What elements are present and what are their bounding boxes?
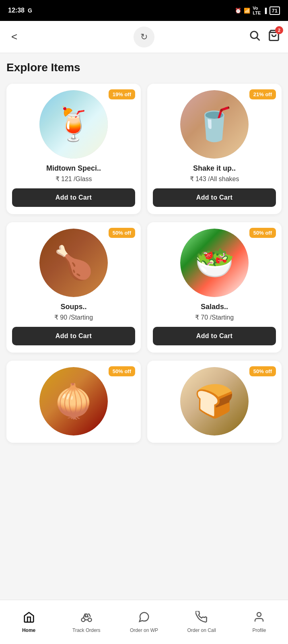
phone-icon [195, 611, 208, 625]
battery-icon: 71 [269, 6, 280, 15]
svg-line-1 [257, 38, 260, 41]
status-bar: 12:38 G ⏰ 📶 VoLTE ▐ 71 [0, 0, 288, 21]
nav-label-track-orders: Track Orders [72, 627, 101, 633]
main-content: Explore Items 19% off Midtown Speci.. ₹ … [0, 53, 288, 491]
nav-label-home: Home [22, 627, 35, 633]
item-card-1: 19% off Midtown Speci.. ₹ 121 /Glass Add… [6, 84, 141, 214]
nav-label-order-on-wp: Order on WP [130, 627, 158, 633]
svg-point-5 [257, 613, 261, 617]
item-card-3: 50% off Soups.. ₹ 90 /Starting Add to Ca… [6, 222, 141, 353]
discount-badge-6: 50% off [249, 366, 276, 376]
refresh-icon: ↻ [140, 32, 148, 42]
nav-right: 2 [249, 29, 280, 44]
item-price-1: ₹ 121 /Glass [56, 175, 92, 183]
status-left: 12:38 G [8, 7, 32, 14]
item-name-2: Shake it up.. [193, 164, 236, 173]
svg-point-3 [81, 618, 85, 622]
item-image-3 [39, 229, 108, 297]
rings-image [39, 367, 108, 436]
search-button[interactable] [249, 29, 261, 44]
nav-item-home[interactable]: Home [0, 600, 58, 644]
bread-image [180, 367, 249, 436]
item-price-4: ₹ 70 /Starting [195, 314, 234, 321]
discount-badge-4: 50% off [249, 228, 276, 238]
add-to-cart-button-2[interactable]: Add to Cart [153, 188, 276, 207]
bike-icon [80, 611, 93, 625]
bottom-nav: Home Track Orders Order on WP Order on C… [0, 600, 288, 644]
whatsapp-icon [138, 611, 150, 625]
shake-image [180, 90, 249, 159]
item-image-1 [39, 90, 108, 159]
item-name-4: Salads.. [201, 303, 228, 311]
discount-badge-1: 19% off [109, 89, 135, 99]
svg-point-4 [88, 618, 92, 622]
item-image-2 [180, 90, 249, 159]
nav-item-order-on-call[interactable]: Order on Call [173, 600, 230, 644]
mojito-image [39, 90, 108, 159]
item-image-5 [39, 367, 108, 436]
home-icon [23, 611, 35, 625]
alarm-icon: ⏰ [235, 8, 241, 14]
page-title: Explore Items [6, 61, 282, 74]
salad-image [180, 229, 249, 297]
top-nav: < ↻ 2 [0, 21, 288, 53]
item-name-3: Soups.. [60, 303, 86, 311]
add-to-cart-button-3[interactable]: Add to Cart [12, 327, 135, 345]
svg-point-0 [251, 31, 258, 39]
status-g-icon: G [28, 7, 32, 14]
cart-badge: 2 [275, 26, 283, 34]
cart-button[interactable]: 2 [268, 29, 280, 44]
back-button[interactable]: < [8, 27, 21, 46]
chicken-image [39, 229, 108, 297]
item-image-6 [180, 367, 249, 436]
item-name-1: Midtown Speci.. [46, 164, 101, 173]
item-image-4 [180, 229, 249, 297]
refresh-button[interactable]: ↻ [134, 27, 154, 47]
add-to-cart-button-4[interactable]: Add to Cart [153, 327, 276, 345]
item-price-3: ₹ 90 /Starting [54, 314, 93, 321]
discount-badge-5: 50% off [109, 366, 135, 376]
nav-label-profile: Profile [252, 627, 266, 633]
item-card-4: 50% off Salads.. ₹ 70 /Starting Add to C… [147, 222, 282, 353]
status-time: 12:38 [8, 7, 25, 14]
signal-icon: ▐ [263, 8, 267, 14]
status-right: ⏰ 📶 VoLTE ▐ 71 [235, 6, 280, 15]
item-card-6: 50% off [147, 361, 282, 443]
item-card-2: 21% off Shake it up.. ₹ 143 /All shakes … [147, 84, 282, 214]
lte-icon: VoLTE [253, 6, 261, 15]
nav-item-track-orders[interactable]: Track Orders [58, 600, 115, 644]
add-to-cart-button-1[interactable]: Add to Cart [12, 188, 135, 207]
nav-item-order-on-wp[interactable]: Order on WP [115, 600, 173, 644]
items-grid: 19% off Midtown Speci.. ₹ 121 /Glass Add… [6, 84, 282, 443]
nav-item-profile[interactable]: Profile [230, 600, 288, 644]
search-icon [249, 29, 261, 41]
nav-label-order-on-call: Order on Call [187, 627, 216, 633]
discount-badge-2: 21% off [249, 89, 276, 99]
item-price-2: ₹ 143 /All shakes [190, 175, 239, 183]
wifi-icon: 📶 [244, 8, 250, 14]
person-icon [253, 611, 265, 625]
nav-center: ↻ [134, 27, 154, 47]
discount-badge-3: 50% off [109, 228, 135, 238]
item-card-5: 50% off [6, 361, 141, 443]
